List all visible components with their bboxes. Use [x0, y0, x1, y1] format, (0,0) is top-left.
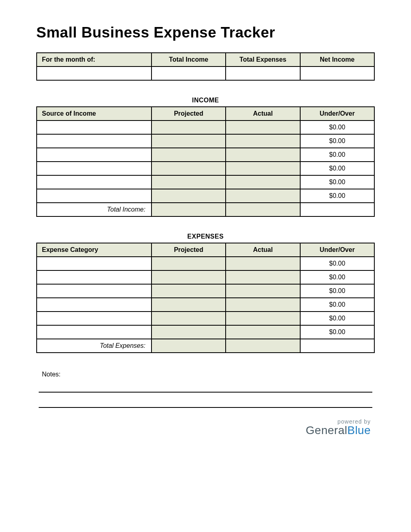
expense-category-cell[interactable] [37, 325, 152, 339]
income-header-over: Under/Over [300, 107, 374, 121]
expenses-header-actual: Actual [226, 243, 300, 257]
expense-category-cell[interactable] [37, 298, 152, 312]
income-total-projected [152, 203, 226, 216]
expenses-header-category: Expense Category [37, 243, 152, 257]
expense-row: $0.00 [37, 270, 374, 284]
expense-over-cell: $0.00 [300, 312, 374, 325]
summary-header-total-income: Total Income [152, 53, 226, 66]
income-row: $0.00 [37, 189, 374, 203]
expense-row: $0.00 [37, 325, 374, 339]
income-over-cell: $0.00 [300, 189, 374, 203]
expense-projected-cell[interactable] [152, 325, 226, 339]
income-over-cell: $0.00 [300, 121, 374, 134]
expenses-total-projected [152, 339, 226, 353]
expense-row: $0.00 [37, 298, 374, 312]
expense-projected-cell[interactable] [152, 312, 226, 325]
income-source-cell[interactable] [37, 134, 152, 148]
income-over-cell: $0.00 [300, 148, 374, 162]
income-row: $0.00 [37, 175, 374, 189]
income-row: $0.00 [37, 121, 374, 134]
page-title: Small Business Expense Tracker [36, 24, 375, 41]
income-source-cell[interactable] [37, 189, 152, 203]
expenses-header-projected: Projected [152, 243, 226, 257]
expense-actual-cell[interactable] [226, 312, 300, 325]
expense-actual-cell[interactable] [226, 257, 300, 270]
expense-actual-cell[interactable] [226, 298, 300, 312]
income-projected-cell[interactable] [152, 121, 226, 134]
expenses-total-row: Total Expenses: [37, 339, 374, 353]
notes-line[interactable] [39, 396, 372, 408]
income-actual-cell[interactable] [226, 134, 300, 148]
income-over-cell: $0.00 [300, 162, 374, 175]
summary-total-expenses-cell[interactable] [226, 66, 300, 80]
summary-net-income-cell[interactable] [300, 66, 374, 80]
expense-row: $0.00 [37, 257, 374, 270]
brand-part-blue: Blue [347, 424, 371, 436]
summary-value-row [37, 66, 374, 80]
income-table: Source of Income Projected Actual Under/… [36, 106, 375, 217]
expense-projected-cell[interactable] [152, 270, 226, 284]
income-header-actual: Actual [226, 107, 300, 121]
summary-table: For the month of: Total Income Total Exp… [36, 52, 375, 81]
income-source-cell[interactable] [37, 121, 152, 134]
summary-month-cell[interactable] [37, 66, 152, 80]
summary-header-month: For the month of: [37, 53, 152, 66]
expense-actual-cell[interactable] [226, 284, 300, 298]
expense-over-cell: $0.00 [300, 325, 374, 339]
income-row: $0.00 [37, 162, 374, 175]
summary-header-total-expenses: Total Expenses [226, 53, 300, 66]
income-over-cell: $0.00 [300, 175, 374, 189]
expense-category-cell[interactable] [37, 284, 152, 298]
expenses-section-title: EXPENSES [36, 233, 375, 240]
income-projected-cell[interactable] [152, 148, 226, 162]
expense-category-cell[interactable] [37, 270, 152, 284]
income-row: $0.00 [37, 148, 374, 162]
summary-total-income-cell[interactable] [152, 66, 226, 80]
income-total-label: Total Income: [37, 203, 152, 216]
expense-projected-cell[interactable] [152, 298, 226, 312]
expenses-total-label: Total Expenses: [37, 339, 152, 353]
expense-over-cell: $0.00 [300, 298, 374, 312]
expense-tracker-document: Small Business Expense Tracker For the m… [0, 0, 411, 453]
expense-actual-cell[interactable] [226, 325, 300, 339]
expense-row: $0.00 [37, 284, 374, 298]
income-projected-cell[interactable] [152, 134, 226, 148]
income-total-row: Total Income: [37, 203, 374, 216]
expense-over-cell: $0.00 [300, 257, 374, 270]
income-over-cell: $0.00 [300, 134, 374, 148]
income-total-over [300, 203, 374, 216]
expense-category-cell[interactable] [37, 257, 152, 270]
income-total-actual [226, 203, 300, 216]
income-header-row: Source of Income Projected Actual Under/… [37, 107, 374, 121]
income-actual-cell[interactable] [226, 121, 300, 134]
expense-projected-cell[interactable] [152, 284, 226, 298]
expense-over-cell: $0.00 [300, 284, 374, 298]
income-actual-cell[interactable] [226, 189, 300, 203]
income-source-cell[interactable] [37, 162, 152, 175]
footer: powered by GeneralBlue [36, 418, 375, 437]
income-source-cell[interactable] [37, 148, 152, 162]
expenses-table: Expense Category Projected Actual Under/… [36, 243, 375, 353]
expense-projected-cell[interactable] [152, 257, 226, 270]
income-projected-cell[interactable] [152, 162, 226, 175]
income-actual-cell[interactable] [226, 162, 300, 175]
income-row: $0.00 [37, 134, 374, 148]
income-actual-cell[interactable] [226, 148, 300, 162]
income-header-source: Source of Income [37, 107, 152, 121]
expense-actual-cell[interactable] [226, 270, 300, 284]
income-projected-cell[interactable] [152, 189, 226, 203]
income-source-cell[interactable] [37, 175, 152, 189]
income-projected-cell[interactable] [152, 175, 226, 189]
expense-category-cell[interactable] [37, 312, 152, 325]
income-section-title: INCOME [36, 97, 375, 104]
expenses-header-over: Under/Over [300, 243, 374, 257]
income-actual-cell[interactable] [226, 175, 300, 189]
brand-part-general: General [306, 424, 347, 436]
expenses-total-actual [226, 339, 300, 353]
income-header-projected: Projected [152, 107, 226, 121]
expenses-total-over [300, 339, 374, 353]
summary-header-row: For the month of: Total Income Total Exp… [37, 53, 374, 66]
expenses-header-row: Expense Category Projected Actual Under/… [37, 243, 374, 257]
notes-line[interactable] [39, 380, 372, 393]
notes-label: Notes: [42, 371, 375, 378]
